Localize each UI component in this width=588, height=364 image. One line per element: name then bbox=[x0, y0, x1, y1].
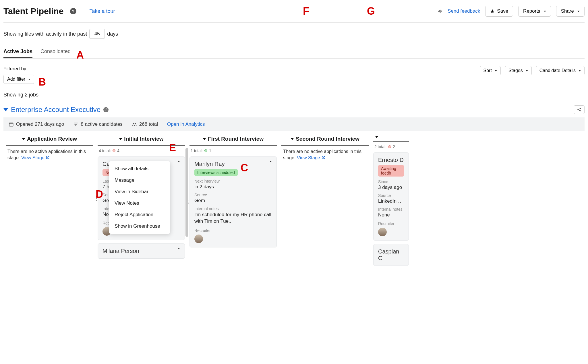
candidate-details-button[interactable]: Candidate Details bbox=[536, 66, 585, 75]
menu-message[interactable]: Message bbox=[109, 175, 170, 186]
total-candidates-text: 268 total bbox=[139, 121, 158, 127]
job-opened-text: Opened 271 days ago bbox=[16, 121, 64, 127]
column-total-label: 2 total: bbox=[374, 144, 386, 149]
status-dot-red bbox=[113, 149, 115, 152]
view-stage-link[interactable]: View Stage bbox=[21, 155, 50, 160]
star-icon bbox=[490, 9, 495, 13]
candidate-name: Marilyn Ray bbox=[194, 161, 225, 167]
candidate-name: Milana Person bbox=[102, 248, 139, 254]
drag-handle-icon[interactable]: ⋮ bbox=[186, 199, 191, 205]
avatar[interactable] bbox=[378, 228, 387, 236]
card-menu-button[interactable] bbox=[270, 161, 272, 162]
reports-button[interactable]: Reports bbox=[518, 6, 551, 17]
chevron-down-icon bbox=[22, 138, 25, 140]
status-badge: Interviews scheduled bbox=[194, 169, 238, 176]
take-tour-link[interactable]: Take a tour bbox=[90, 8, 115, 14]
sort-label: Sort bbox=[483, 68, 492, 73]
field-value: I'm scheduled for my HR phone call with … bbox=[194, 212, 272, 225]
stages-label: Stages bbox=[508, 68, 523, 73]
candidate-name: Caspian C bbox=[378, 248, 399, 261]
recruiter-label: Recruiter bbox=[378, 221, 404, 226]
add-filter-label: Add filter bbox=[7, 77, 25, 82]
job-title-link[interactable]: Enterprise Account Executive bbox=[11, 106, 100, 114]
menu-reject-application[interactable]: Reject Application bbox=[109, 209, 170, 220]
info-icon[interactable]: i bbox=[103, 107, 109, 112]
active-candidates-text: 8 active candidates bbox=[81, 121, 123, 127]
card-menu-button[interactable] bbox=[178, 248, 180, 249]
drag-handle-icon[interactable]: ⋮ bbox=[94, 195, 99, 202]
menu-show-greenhouse[interactable]: Show in Greenhouse bbox=[109, 220, 170, 232]
drag-handle-icon[interactable]: ⋮ bbox=[373, 193, 374, 200]
column-title: Application Review bbox=[27, 136, 77, 142]
svg-point-4 bbox=[133, 123, 134, 124]
column-total-count: 2 bbox=[393, 144, 395, 149]
field-value: Gem bbox=[194, 198, 272, 204]
save-button[interactable]: Save bbox=[485, 6, 513, 17]
chevron-down-icon bbox=[579, 70, 581, 71]
candidate-card[interactable]: ⋮ Carmelo Christensen Nee Last 7 ho Sou … bbox=[98, 156, 185, 240]
menu-view-notes[interactable]: View Notes bbox=[109, 198, 170, 209]
tab-active-jobs[interactable]: Active Jobs bbox=[3, 49, 32, 58]
column-title: Second Round Interview bbox=[296, 136, 359, 142]
filtered-by-label: Filtered by bbox=[3, 66, 34, 72]
candidate-card[interactable]: ⋮ Marilyn Ray Interviews scheduled Next … bbox=[189, 156, 277, 247]
candidate-card[interactable]: Milana Person bbox=[98, 243, 185, 259]
sort-button[interactable]: Sort bbox=[480, 66, 501, 75]
status-dot-red bbox=[388, 145, 391, 148]
megaphone-icon bbox=[437, 9, 442, 14]
chevron-down-icon bbox=[526, 70, 528, 71]
field-label: Internal notes bbox=[194, 206, 272, 211]
reports-button-label: Reports bbox=[523, 8, 540, 14]
status-dot-green bbox=[204, 149, 207, 152]
external-link-icon bbox=[321, 156, 325, 160]
activity-days-input[interactable] bbox=[89, 29, 105, 39]
share-button[interactable]: Share bbox=[556, 6, 585, 17]
field-value: None bbox=[378, 212, 404, 218]
card-menu-button[interactable] bbox=[178, 161, 180, 162]
share-button-label: Share bbox=[561, 8, 574, 14]
column-title: First Round Interview bbox=[208, 136, 264, 142]
people-icon bbox=[132, 122, 137, 127]
avatar[interactable] bbox=[194, 235, 203, 243]
svg-point-5 bbox=[135, 123, 136, 124]
chevron-down-icon bbox=[577, 11, 580, 12]
menu-show-all-details[interactable]: Show all details bbox=[109, 163, 170, 175]
column-partial[interactable] bbox=[373, 131, 409, 142]
column-application-review[interactable]: Application Review bbox=[6, 131, 93, 146]
view-stage-link[interactable]: View Stage bbox=[297, 155, 325, 160]
column-total-count: 1 bbox=[209, 148, 211, 153]
collapse-icon[interactable] bbox=[3, 108, 8, 111]
column-first-round[interactable]: First Round Interview bbox=[189, 131, 277, 146]
field-label: Internal notes bbox=[378, 207, 404, 212]
calendar-icon bbox=[9, 122, 14, 127]
view-stage-label: View Stage bbox=[297, 155, 320, 160]
send-feedback-link[interactable]: Send feedback bbox=[448, 8, 480, 14]
column-total-label: 4 total: bbox=[99, 148, 111, 153]
scrollbar-thumb[interactable] bbox=[185, 148, 188, 237]
share-job-button[interactable] bbox=[574, 105, 585, 114]
chevron-down-icon bbox=[544, 11, 546, 12]
menu-view-sidebar[interactable]: View in Sidebar bbox=[109, 186, 170, 198]
status-badge: Awaiting feedb bbox=[378, 165, 404, 177]
column-second-round[interactable]: Second Round Interview bbox=[281, 131, 369, 146]
filter-icon bbox=[73, 122, 78, 127]
stages-button[interactable]: Stages bbox=[505, 66, 532, 75]
add-filter-button[interactable]: Add filter bbox=[3, 75, 34, 84]
candidate-card[interactable]: ⋮ Ernesto D Awaiting feedb Since 3 days … bbox=[373, 152, 409, 241]
card-menu: Show all details Message View in Sidebar… bbox=[109, 161, 170, 234]
candidate-details-label: Candidate Details bbox=[539, 68, 576, 73]
tab-consolidated[interactable]: Consolidated bbox=[40, 49, 71, 58]
field-label: Source bbox=[194, 193, 272, 197]
open-in-analytics-link[interactable]: Open in Analytics bbox=[167, 121, 205, 127]
field-label: Source bbox=[378, 193, 404, 198]
activity-suffix: days bbox=[107, 31, 118, 37]
chevron-down-icon bbox=[291, 138, 294, 140]
candidate-card[interactable]: Caspian C bbox=[373, 244, 409, 266]
chevron-down-icon bbox=[28, 79, 30, 80]
column-total-label: 1 total: bbox=[191, 148, 203, 153]
external-link-icon bbox=[46, 156, 50, 160]
help-icon[interactable]: ? bbox=[70, 8, 76, 14]
page-title: Talent Pipeline bbox=[3, 6, 64, 16]
column-initial-interview[interactable]: Initial Interview bbox=[98, 131, 185, 146]
chevron-down-icon bbox=[495, 70, 497, 71]
